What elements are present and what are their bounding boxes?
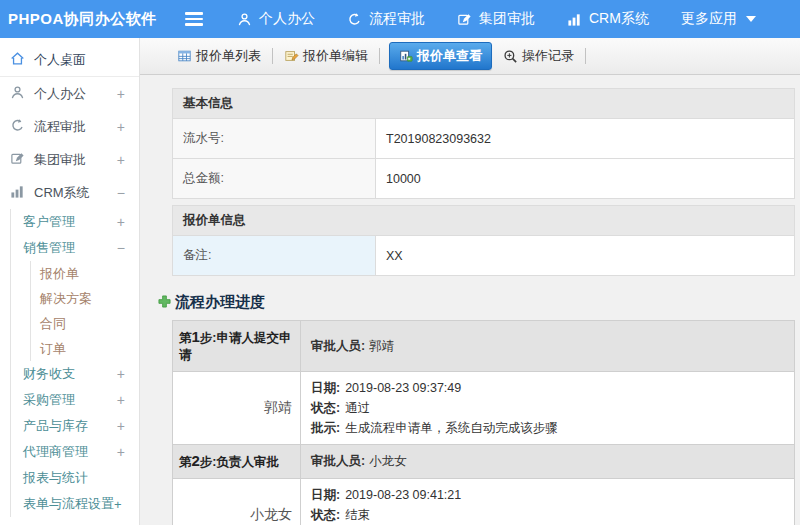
table-row: 总金额: 10000 bbox=[173, 159, 795, 199]
table-list-icon bbox=[177, 49, 192, 63]
detail-date: 日期:2019-08-23 09:37:49 bbox=[311, 378, 784, 398]
section-title: 基本信息 bbox=[173, 89, 795, 119]
process-step-detail-row: 郭靖 日期:2019-08-23 09:37:49 状态:通过 批示:生成流程申… bbox=[173, 372, 795, 445]
tab-label: 报价单编辑 bbox=[303, 47, 368, 65]
app-logo: PHPOA协同办公软件 bbox=[0, 10, 185, 29]
sidebar-item-label: 流程审批 bbox=[34, 118, 86, 136]
sidebar-item-group-approval[interactable]: 集团审批 + bbox=[0, 143, 139, 176]
sidebar-item-sales-mgmt[interactable]: 销售管理 − bbox=[11, 235, 139, 261]
sidebar-item-order[interactable]: 订单 bbox=[31, 336, 139, 361]
expand-plus-icon[interactable]: + bbox=[117, 152, 125, 168]
process-icon bbox=[10, 118, 25, 136]
step-title: 第2步:负责人审批 bbox=[173, 445, 301, 479]
topnav-label: 集团审批 bbox=[479, 10, 535, 28]
tab-operation-log[interactable]: 操作记录 bbox=[501, 43, 576, 69]
table-row: 流水号: T20190823093632 bbox=[173, 119, 795, 159]
step-detail: 日期:2019-08-23 09:41:21 状态:结束 批示:通过 bbox=[301, 479, 795, 525]
process-step-detail-row: 小龙女 日期:2019-08-23 09:41:21 状态:结束 批示:通过 bbox=[173, 479, 795, 525]
sidebar-item-label: 报表与统计 bbox=[23, 469, 88, 487]
topbar: PHPOA协同办公软件 个人办公 流程审批 集团审批 CRM系统 更多应用 bbox=[0, 0, 800, 38]
top-navigation: 个人办公 流程审批 集团审批 CRM系统 更多应用 bbox=[237, 10, 756, 28]
tab-bar: 报价单列表 报价单编辑 报价单查看 操作记录 bbox=[140, 38, 800, 75]
table-row: 备注: XX bbox=[173, 236, 795, 276]
tab-label: 报价单查看 bbox=[417, 47, 482, 65]
field-value-serial: T20190823093632 bbox=[376, 119, 795, 159]
content-area: 基本信息 流水号: T20190823093632 总金额: 10000 报价单… bbox=[140, 75, 800, 525]
expand-plus-icon[interactable]: + bbox=[117, 366, 125, 382]
sidebar-item-desktop[interactable]: 个人桌面 bbox=[0, 43, 139, 77]
topnav-process-approval[interactable]: 流程审批 bbox=[347, 10, 425, 28]
user-icon bbox=[237, 12, 252, 27]
sidebar-item-quotation[interactable]: 报价单 bbox=[31, 261, 139, 286]
sidebar-item-label: 订单 bbox=[40, 340, 66, 358]
step-approver: 审批人员:郭靖 bbox=[301, 321, 795, 372]
chart-icon bbox=[10, 184, 25, 202]
sidebar-item-finance[interactable]: 财务收支 + bbox=[11, 361, 139, 387]
sidebar-item-process-approval[interactable]: 流程审批 + bbox=[0, 110, 139, 143]
sidebar-item-label: 销售管理 bbox=[23, 239, 75, 257]
tab-divider bbox=[272, 48, 273, 64]
sidebar-item-label: 合同 bbox=[40, 315, 66, 333]
topnav-crm-system[interactable]: CRM系统 bbox=[567, 10, 649, 28]
expand-plus-icon[interactable]: + bbox=[117, 392, 125, 408]
sidebar-item-label: 采购管理 bbox=[23, 391, 75, 409]
tab-quotation-edit[interactable]: 报价单编辑 bbox=[282, 43, 370, 69]
sidebar-item-purchasing[interactable]: 采购管理 + bbox=[11, 387, 139, 413]
sidebar-item-agent-mgmt[interactable]: 代理商管理 + bbox=[11, 439, 139, 465]
sidebar-item-label: 产品与库存 bbox=[23, 417, 88, 435]
field-label-note: 备注: bbox=[173, 236, 376, 276]
field-label-serial: 流水号: bbox=[173, 119, 376, 159]
sidebar-item-products-inventory[interactable]: 产品与库存 + bbox=[11, 413, 139, 439]
field-value-note: XX bbox=[376, 236, 795, 276]
tab-quotation-view[interactable]: 报价单查看 bbox=[389, 42, 492, 70]
expand-plus-icon[interactable]: + bbox=[117, 119, 125, 135]
process-icon bbox=[347, 12, 362, 27]
user-icon bbox=[10, 85, 25, 103]
basic-info-table: 基本信息 流水号: T20190823093632 总金额: 10000 bbox=[172, 88, 795, 199]
topnav-more-apps[interactable]: 更多应用 bbox=[681, 10, 756, 28]
sidebar-item-contract[interactable]: 合同 bbox=[31, 311, 139, 336]
step-detail: 日期:2019-08-23 09:37:49 状态:通过 批示:生成流程申请单，… bbox=[301, 372, 795, 445]
edit-note-icon bbox=[284, 49, 299, 63]
process-progress-heading: 流程办理进度 bbox=[158, 293, 795, 312]
sidebar-item-personal-office[interactable]: 个人办公 + bbox=[0, 77, 139, 110]
section-title: 报价单信息 bbox=[173, 206, 795, 236]
section-header-row: 报价单信息 bbox=[173, 206, 795, 236]
detail-comment: 批示:生成流程申请单，系统自动完成该步骤 bbox=[311, 418, 784, 438]
sidebar-item-form-process-settings[interactable]: 表单与流程设置 + bbox=[11, 491, 139, 517]
detail-status: 状态:通过 bbox=[311, 398, 784, 418]
sidebar-item-label: 报价单 bbox=[40, 265, 79, 283]
tab-label: 操作记录 bbox=[522, 47, 574, 65]
sidebar-item-label: 解决方案 bbox=[40, 290, 92, 308]
topnav-group-approval[interactable]: 集团审批 bbox=[457, 10, 535, 28]
tab-quotation-list[interactable]: 报价单列表 bbox=[175, 43, 263, 69]
sidebar-item-label: 个人办公 bbox=[34, 85, 86, 103]
collapse-minus-icon[interactable]: − bbox=[117, 185, 125, 201]
sidebar-item-label: 集团审批 bbox=[34, 151, 86, 169]
app-window: PHPOA协同办公软件 个人办公 流程审批 集团审批 CRM系统 更多应用 bbox=[0, 0, 800, 525]
tab-label: 报价单列表 bbox=[196, 47, 261, 65]
process-step-header-row: 第1步:申请人提交申请 审批人员:郭靖 bbox=[173, 321, 795, 372]
expand-plus-icon[interactable]: + bbox=[114, 497, 122, 512]
sidebar-item-reports-stats[interactable]: 报表与统计 bbox=[11, 465, 139, 491]
sidebar-item-solution[interactable]: 解决方案 bbox=[31, 286, 139, 311]
caret-down-icon bbox=[746, 16, 756, 22]
sidebar-item-label: 代理商管理 bbox=[23, 443, 88, 461]
edit-icon bbox=[457, 12, 472, 27]
zoom-log-icon bbox=[503, 49, 518, 64]
sidebar-item-crm-system[interactable]: CRM系统 − bbox=[0, 176, 139, 209]
sidebar-item-label: CRM系统 bbox=[34, 184, 90, 202]
step-title: 第1步:申请人提交申请 bbox=[173, 321, 301, 372]
expand-plus-icon[interactable]: + bbox=[117, 418, 125, 434]
sidebar-item-label: 表单与流程设置 bbox=[23, 495, 114, 513]
sidebar: 个人桌面 个人办公 + 流程审批 + 集团审批 + CRM系统 − bbox=[0, 38, 140, 525]
quotation-info-table: 报价单信息 备注: XX bbox=[172, 205, 795, 276]
expand-plus-icon[interactable]: + bbox=[117, 444, 125, 460]
green-plus-icon bbox=[158, 295, 171, 311]
expand-plus-icon[interactable]: + bbox=[117, 214, 125, 230]
expand-plus-icon[interactable]: + bbox=[117, 86, 125, 102]
collapse-minus-icon[interactable]: − bbox=[117, 240, 125, 256]
hamburger-menu-icon[interactable] bbox=[185, 12, 203, 26]
topnav-personal-office[interactable]: 个人办公 bbox=[237, 10, 315, 28]
sidebar-item-customer-mgmt[interactable]: 客户管理 + bbox=[11, 209, 139, 235]
